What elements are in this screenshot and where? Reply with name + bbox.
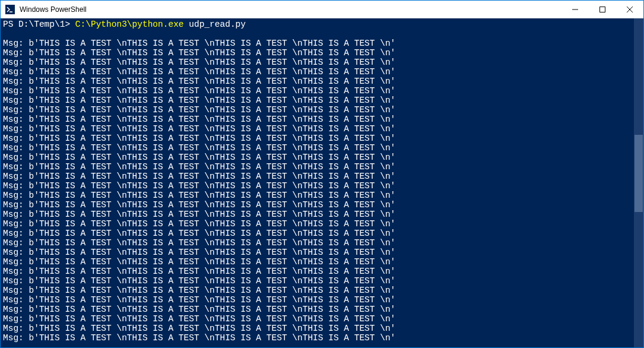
output-line: Msg: b'THIS IS A TEST \nTHIS IS A TEST \… bbox=[3, 124, 634, 134]
output-line: Msg: b'THIS IS A TEST \nTHIS IS A TEST \… bbox=[3, 248, 634, 257]
output-line: Msg: b'THIS IS A TEST \nTHIS IS A TEST \… bbox=[3, 295, 634, 305]
output-line: Msg: b'THIS IS A TEST \nTHIS IS A TEST \… bbox=[3, 191, 634, 200]
close-icon bbox=[627, 7, 633, 12]
blank-line bbox=[3, 29, 634, 39]
prompt-args: udp_read.py bbox=[184, 20, 246, 29]
prompt-line: PS D:\Temp\1> C:\Python3\python.exe udp_… bbox=[3, 20, 634, 29]
output-line: Msg: b'THIS IS A TEST \nTHIS IS A TEST \… bbox=[3, 77, 634, 86]
output-line: Msg: b'THIS IS A TEST \nTHIS IS A TEST \… bbox=[3, 229, 634, 238]
minimize-button[interactable] bbox=[561, 1, 589, 18]
output-line: Msg: b'THIS IS A TEST \nTHIS IS A TEST \… bbox=[3, 257, 634, 267]
maximize-icon bbox=[599, 7, 605, 12]
svg-rect-3 bbox=[600, 7, 605, 12]
output-line: Msg: b'THIS IS A TEST \nTHIS IS A TEST \… bbox=[3, 219, 634, 229]
powershell-icon bbox=[5, 5, 15, 14]
vertical-scrollbar[interactable] bbox=[634, 18, 643, 348]
output-line: Msg: b'THIS IS A TEST \nTHIS IS A TEST \… bbox=[3, 48, 634, 58]
output-line: Msg: b'THIS IS A TEST \nTHIS IS A TEST \… bbox=[3, 67, 634, 77]
prompt-path: PS D:\Temp\1> bbox=[3, 20, 75, 29]
output-line: Msg: b'THIS IS A TEST \nTHIS IS A TEST \… bbox=[3, 333, 634, 343]
output-line: Msg: b'THIS IS A TEST \nTHIS IS A TEST \… bbox=[3, 210, 634, 219]
scrollbar-thumb[interactable] bbox=[635, 135, 643, 212]
output-line: Msg: b'THIS IS A TEST \nTHIS IS A TEST \… bbox=[3, 96, 634, 105]
output-line: Msg: b'THIS IS A TEST \nTHIS IS A TEST \… bbox=[3, 324, 634, 333]
output-line: Msg: b'THIS IS A TEST \nTHIS IS A TEST \… bbox=[3, 58, 634, 67]
output-line: Msg: b'THIS IS A TEST \nTHIS IS A TEST \… bbox=[3, 200, 634, 210]
output-line: Msg: b'THIS IS A TEST \nTHIS IS A TEST \… bbox=[3, 276, 634, 286]
output-line: Msg: b'THIS IS A TEST \nTHIS IS A TEST \… bbox=[3, 153, 634, 162]
window-title: Windows PowerShell bbox=[20, 5, 561, 14]
close-button[interactable] bbox=[616, 1, 643, 18]
output-line: Msg: b'THIS IS A TEST \nTHIS IS A TEST \… bbox=[3, 305, 634, 314]
output-line: Msg: b'THIS IS A TEST \nTHIS IS A TEST \… bbox=[3, 86, 634, 96]
output-line: Msg: b'THIS IS A TEST \nTHIS IS A TEST \… bbox=[3, 105, 634, 115]
output-line: Msg: b'THIS IS A TEST \nTHIS IS A TEST \… bbox=[3, 115, 634, 124]
console-area[interactable]: PS D:\Temp\1> C:\Python3\python.exe udp_… bbox=[1, 18, 643, 348]
output-line: Msg: b'THIS IS A TEST \nTHIS IS A TEST \… bbox=[3, 314, 634, 324]
prompt-command: C:\Python3\python.exe bbox=[75, 20, 184, 29]
output-line: Msg: b'THIS IS A TEST \nTHIS IS A TEST \… bbox=[3, 238, 634, 248]
output-line: Msg: b'THIS IS A TEST \nTHIS IS A TEST \… bbox=[3, 181, 634, 191]
window-controls bbox=[561, 1, 643, 18]
output-line: Msg: b'THIS IS A TEST \nTHIS IS A TEST \… bbox=[3, 286, 634, 295]
maximize-button[interactable] bbox=[589, 1, 616, 18]
output-line: Msg: b'THIS IS A TEST \nTHIS IS A TEST \… bbox=[3, 172, 634, 181]
console-output: PS D:\Temp\1> C:\Python3\python.exe udp_… bbox=[1, 18, 634, 348]
output-line: Msg: b'THIS IS A TEST \nTHIS IS A TEST \… bbox=[3, 162, 634, 172]
output-line: Msg: b'THIS IS A TEST \nTHIS IS A TEST \… bbox=[3, 267, 634, 276]
window-titlebar: Windows PowerShell bbox=[1, 1, 643, 18]
output-line: Msg: b'THIS IS A TEST \nTHIS IS A TEST \… bbox=[3, 39, 634, 48]
minimize-icon bbox=[572, 7, 578, 12]
output-line: Msg: b'THIS IS A TEST \nTHIS IS A TEST \… bbox=[3, 143, 634, 153]
output-line: Msg: b'THIS IS A TEST \nTHIS IS A TEST \… bbox=[3, 134, 634, 143]
